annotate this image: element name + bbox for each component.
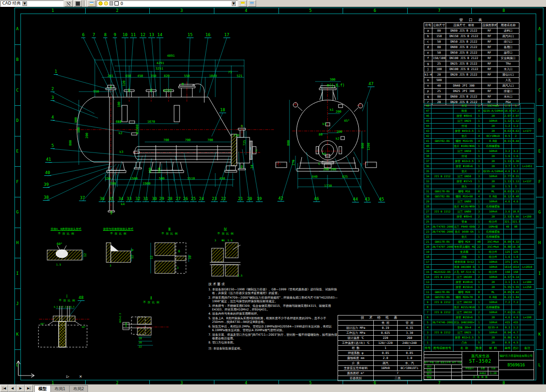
next-tab-button[interactable]: ▶ xyxy=(16,385,25,392)
table-cell: 1 xyxy=(475,149,483,154)
drawing-canvas[interactable]: 4891429132512816504503508205501049735215… xyxy=(0,0,546,392)
dim-label: Φ6 xyxy=(221,239,224,242)
workspace-settings-button[interactable] xyxy=(65,0,73,7)
balloon-number: 40 xyxy=(44,171,51,176)
table-cell: JIS B 2212 xyxy=(431,275,453,280)
table-cell xyxy=(431,144,453,149)
table-cell: 40 xyxy=(424,144,431,149)
table-cell: 垫片 xyxy=(453,169,475,174)
table-cell: 18 xyxy=(424,255,431,260)
table-cell: 1.12 xyxy=(512,119,520,124)
table-cell: 4.3 xyxy=(512,335,520,340)
balloon-number: 24 xyxy=(198,197,205,202)
dim-label: 800 xyxy=(69,140,72,146)
table-row: 焊缝系数 φ0.850.85 xyxy=(338,351,422,356)
tab-布局2[interactable]: 布局2 xyxy=(69,385,88,392)
tab-布局1[interactable]: 布局1 xyxy=(50,385,70,392)
balloon-number: 28 xyxy=(167,197,174,202)
table-row: 16筒体 DN1900 δ=12116MnR16141614L=2810 xyxy=(424,265,535,270)
table-cell: 2 xyxy=(424,335,431,340)
balloon-number: 38 xyxy=(43,196,50,201)
table-cell: 备用口 xyxy=(497,45,519,50)
table-cell xyxy=(520,340,535,345)
table-cell: 7.2 xyxy=(504,300,512,305)
mass-label: 质量 xyxy=(478,367,488,371)
balloon-number: 17 xyxy=(224,33,230,38)
workspace-combo[interactable]: CAD 经典 ▼ xyxy=(0,0,64,7)
dim-label: 820 xyxy=(164,75,170,78)
table-cell: 16MnR xyxy=(374,366,398,371)
table-cell: 支承圈 xyxy=(453,250,475,255)
dim-label: 700 xyxy=(207,139,213,142)
table-cell: 9.14 xyxy=(512,275,520,280)
table-cell: 19.36 xyxy=(512,245,520,250)
table-cell: 35 xyxy=(424,169,431,174)
table-cell: 接管 Φ32×3.5 xyxy=(453,159,475,164)
table-cell: 1 xyxy=(475,154,483,159)
table-cell xyxy=(431,119,453,124)
table-cell: 20 xyxy=(483,335,504,340)
layer-combo[interactable]: 0 ▼ xyxy=(97,0,238,7)
layer-properties-button[interactable] xyxy=(87,0,96,7)
table-row: 4垫板 30×44Q235-A0.31.2 xyxy=(424,325,535,330)
table-cell: RF xyxy=(482,39,497,45)
table-cell: 4.6 xyxy=(504,169,512,174)
table-cell: 排凝口 xyxy=(497,89,519,94)
table-cell: 石棉橡胶板 xyxy=(483,229,504,234)
table-cell: 21 xyxy=(424,240,431,245)
table-cell: 1.12 xyxy=(504,119,512,124)
last-tab-button[interactable]: ▶| xyxy=(25,385,33,392)
balloon-number: 36 xyxy=(99,197,106,202)
dim-label: Ⅱ xyxy=(150,296,152,299)
balloon-number: 6 xyxy=(81,33,85,38)
zone-tick xyxy=(278,8,279,14)
table-cell: RF xyxy=(482,34,497,39)
tab-模型[interactable]: 模型 xyxy=(34,385,51,392)
dim-label: d xyxy=(150,89,153,93)
table-row: 10GB5782-86螺栓 M20×7088.8级0.231.84 xyxy=(424,295,535,300)
table-cell: 1.13 xyxy=(504,159,512,164)
table-cell xyxy=(520,270,535,275)
first-tab-button[interactable]: |◀ xyxy=(0,385,8,392)
table-cell xyxy=(431,335,453,340)
notes-footnote: 注: 本设备制造接受监检。 xyxy=(208,347,339,350)
table-cell: 液位计口 xyxy=(497,72,519,78)
dim-label: 10 xyxy=(189,256,192,259)
display-button[interactable] xyxy=(74,0,82,7)
table-cell: 用途或名称 xyxy=(497,23,519,28)
table-cell: 1.0 xyxy=(398,356,422,361)
table-row: 工作压力 MPa0.0253.30 xyxy=(338,331,422,336)
table-cell xyxy=(520,204,535,209)
table-cell: 24 xyxy=(424,224,431,229)
table-cell: 45 xyxy=(424,119,431,124)
balloon-number: 15 xyxy=(187,33,194,38)
table-cell: 0.09 xyxy=(504,240,512,245)
table-cell: 焊缝系数 φ xyxy=(338,351,374,356)
table-cell: 0.63 xyxy=(512,129,520,134)
balloon-number: 48 xyxy=(78,296,85,301)
table-row: 14JIS B 2212法兰 DN100216MnR4.579.14 xyxy=(424,275,535,280)
layer-previous-button[interactable] xyxy=(248,0,256,7)
table-cell xyxy=(504,204,512,209)
table-cell xyxy=(504,229,512,234)
dim-label: f xyxy=(110,86,112,90)
zone-tick xyxy=(536,136,543,136)
table-cell: e xyxy=(424,50,432,56)
table-row: 46接管 Φ89×61202.972.97 xyxy=(424,114,535,119)
table-cell: 0.85 xyxy=(374,351,398,356)
table-row: 程 数12 xyxy=(338,346,422,351)
prev-tab-button[interactable]: ◀ xyxy=(8,385,16,392)
table-cell: 设计压力 MPa xyxy=(338,326,374,331)
table-cell: 371 xyxy=(504,260,512,265)
table-cell: 50 xyxy=(432,39,446,45)
vessel-side-view xyxy=(77,84,256,212)
table-cell xyxy=(520,335,535,340)
table-row: 24JB/T4703-2000法兰 PN40-600A216Mn锻4998 xyxy=(424,224,535,229)
table-cell: 371 xyxy=(512,260,520,265)
table-cell: 工作温度(进/出) ℃ xyxy=(338,341,374,346)
balloon-number: 47 xyxy=(368,82,375,87)
table-cell: 1 xyxy=(475,305,483,310)
make-layer-current-button[interactable] xyxy=(239,0,247,7)
cad-window: 4891429132512816504503508205501049735215… xyxy=(0,0,546,392)
table-cell: 垫片 Φ215/Φ169×3 xyxy=(453,305,475,310)
